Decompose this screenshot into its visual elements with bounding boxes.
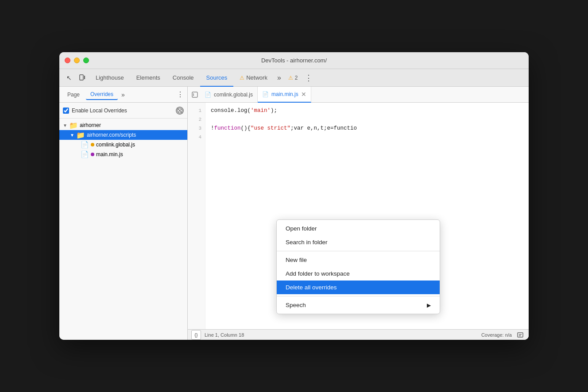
devtools-tabs: Lighthouse Elements Console Sources ⚠ Ne… [89, 69, 274, 86]
chevron-icon: ▼ [70, 133, 74, 138]
file-tab-icon: 📄 [205, 92, 211, 98]
file-icon: 📄 [81, 150, 89, 158]
tree-item-label: airhorner.com/scripts [87, 132, 136, 138]
code-line-4 [211, 133, 523, 142]
tab-network[interactable]: ⚠ Network [233, 69, 274, 87]
editor-tabs: 📄 comlink.global.js 📄 main.min.js ✕ [188, 87, 529, 103]
svg-rect-0 [80, 75, 83, 80]
file-dot-icon [91, 143, 94, 146]
editor-tab-mainmin[interactable]: 📄 main.min.js ✕ [258, 87, 311, 103]
context-menu: Open folder Search in folder New file Ad… [276, 219, 440, 314]
tab-elements[interactable]: Elements [130, 69, 166, 87]
cursor-tool-button[interactable]: ↖ [63, 72, 75, 84]
folder-icon: 📁 [76, 131, 85, 139]
tab-close-button[interactable]: ✕ [301, 91, 306, 98]
editor-nav-back[interactable] [190, 89, 200, 100]
devtools-body: Page Overrides » ⋮ Enable Local Override… [59, 87, 529, 340]
panel-menu-button[interactable]: ⋮ [177, 90, 184, 99]
tree-item-label: comlink.global.js [96, 142, 135, 148]
network-warning-icon: ⚠ [240, 75, 244, 81]
main-toolbar: ↖ Lighthouse Elements Console Sources ⚠ [59, 69, 529, 87]
context-menu-divider-1 [277, 251, 440, 251]
close-button[interactable] [65, 58, 70, 63]
tab-console[interactable]: Console [166, 69, 200, 87]
devtools-menu-button[interactable]: ⋮ [302, 72, 315, 84]
context-menu-item-new-file[interactable]: New file [277, 253, 440, 267]
traffic-lights [65, 58, 89, 63]
tab-lighthouse[interactable]: Lighthouse [89, 69, 130, 87]
coverage-icon-button[interactable] [515, 330, 525, 340]
more-panel-tabs-button[interactable]: » [120, 89, 127, 100]
context-menu-item-speech[interactable]: Speech ▶ [277, 298, 440, 312]
tree-item-airhorner-scripts[interactable]: ▼ 📁 airhorner.com/scripts [59, 130, 187, 140]
submenu-arrow-icon: ▶ [427, 302, 431, 308]
file-tree: ▼ 📁 airhorner ▼ 📁 airhorner.com/scripts … [59, 119, 187, 340]
tree-item-label: airhorner [80, 122, 101, 128]
context-menu-item-search-in-folder[interactable]: Search in folder [277, 235, 440, 249]
enable-overrides-label: Enable Local Overrides [72, 108, 127, 114]
window-title: DevTools - airhorner.com/ [261, 57, 327, 64]
block-icon[interactable] [176, 107, 184, 115]
tab-sources[interactable]: Sources [200, 69, 234, 87]
file-dot-purple-icon [91, 153, 94, 156]
enable-overrides-checkbox-wrapper[interactable]: Enable Local Overrides [63, 108, 127, 114]
status-bar: {} Line 1, Column 18 Coverage: n/a [188, 329, 529, 340]
warning-badge: ⚠ 2 [285, 74, 302, 82]
line-numbers: 1 2 3 4 [188, 103, 205, 329]
svg-rect-1 [84, 76, 85, 79]
code-line-1: console.log('main'); [211, 106, 523, 115]
coverage-status: Coverage: n/a [481, 332, 512, 338]
code-line-2 [211, 115, 523, 124]
enable-overrides-checkbox[interactable] [63, 108, 69, 114]
editor-tab-comlink[interactable]: 📄 comlink.global.js [200, 87, 258, 103]
chevron-icon: ▼ [63, 123, 67, 128]
device-tool-button[interactable] [76, 72, 89, 84]
context-menu-item-open-folder[interactable]: Open folder [277, 222, 440, 235]
maximize-button[interactable] [83, 58, 89, 63]
overrides-toolbar: Enable Local Overrides [59, 103, 187, 119]
svg-line-3 [178, 108, 182, 112]
cursor-position: Line 1, Column 18 [205, 332, 244, 338]
tree-item-mainmin[interactable]: 📄 main.min.js [59, 150, 187, 159]
file-tab-icon: 📄 [262, 91, 269, 97]
tree-item-comlink[interactable]: 📄 comlink.global.js [59, 140, 187, 150]
context-menu-divider-2 [277, 296, 440, 296]
tree-item-airhorner[interactable]: ▼ 📁 airhorner [59, 120, 187, 130]
tab-overrides[interactable]: Overrides [86, 89, 118, 100]
context-menu-item-add-folder[interactable]: Add folder to workspace [277, 267, 440, 281]
file-icon: 📄 [81, 141, 89, 149]
minimize-button[interactable] [74, 58, 80, 63]
svg-rect-6 [518, 333, 523, 337]
panel-tabs: Page Overrides » ⋮ [59, 87, 187, 103]
context-menu-item-delete-overrides[interactable]: Delete all overrides [277, 281, 440, 294]
tree-item-label: main.min.js [96, 151, 123, 158]
code-line-3: !function(){"use strict";var e,n,t;e=fun… [211, 124, 523, 133]
tab-page[interactable]: Page [63, 90, 84, 100]
left-panel: Page Overrides » ⋮ Enable Local Override… [59, 87, 188, 340]
more-tabs-button[interactable]: » [275, 74, 284, 82]
title-bar: DevTools - airhorner.com/ [59, 52, 529, 69]
svg-rect-4 [192, 92, 197, 97]
format-button[interactable]: {} [191, 330, 201, 340]
folder-icon: 📁 [69, 121, 78, 130]
